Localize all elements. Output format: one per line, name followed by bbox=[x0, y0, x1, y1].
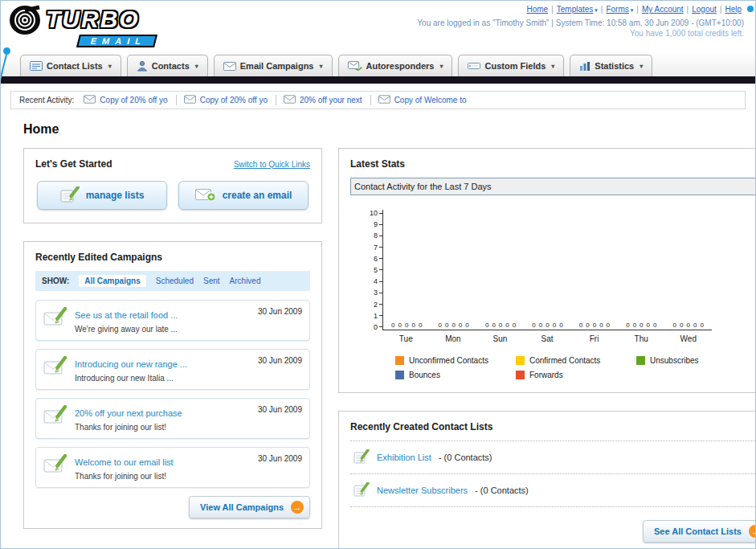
show-label: SHOW: bbox=[42, 277, 69, 285]
statistics-icon bbox=[579, 61, 590, 72]
x-axis-label: Wed bbox=[664, 330, 712, 343]
app-logo[interactable]: TURBO EMAIL bbox=[9, 2, 156, 47]
campaign-item[interactable]: See us at the retail food ...We're givin… bbox=[35, 300, 310, 341]
campaigns-filter-scheduled[interactable]: Scheduled bbox=[156, 277, 194, 285]
y-axis-tick: 10 bbox=[370, 210, 382, 216]
top-link-my-account[interactable]: My Account bbox=[642, 5, 684, 14]
bar-value-label: 0 bbox=[579, 322, 582, 329]
top-header: TURBO EMAIL Home|Templates▾|Forms▾|My Ac… bbox=[1, 1, 755, 52]
bar-group-thu: 00000 bbox=[618, 322, 664, 330]
x-axis-label: Sun bbox=[476, 330, 524, 343]
campaign-title-link[interactable]: See us at the retail food ... bbox=[75, 310, 178, 320]
legend-item-forwards: Forwards bbox=[516, 371, 636, 379]
campaigns-filter-sent[interactable]: Sent bbox=[203, 277, 220, 285]
nav-tab-custom-fields[interactable]: Custom Fields▾ bbox=[458, 55, 564, 76]
legend-label: Forwards bbox=[529, 371, 563, 379]
link-separator: | bbox=[720, 5, 722, 14]
campaign-date: 30 Jun 2009 bbox=[258, 356, 302, 365]
arrow-right-icon: → bbox=[291, 501, 304, 514]
bar-value-label: 0 bbox=[680, 322, 683, 329]
button-label: create an email bbox=[223, 190, 292, 201]
campaign-subtitle: Thanks for joining our list! bbox=[75, 423, 251, 432]
contacts-icon bbox=[137, 60, 148, 72]
y-axis-tick: 4 bbox=[374, 278, 382, 285]
chevron-down-icon: ▾ bbox=[319, 63, 322, 70]
top-link-logout[interactable]: Logout bbox=[692, 5, 717, 14]
recent-activity-item[interactable]: Copy of 20% off yo bbox=[184, 95, 276, 105]
bar-value-label: 0 bbox=[439, 322, 442, 329]
recently-edited-campaigns-panel: Recently Edited Campaigns SHOW: All Camp… bbox=[23, 241, 322, 529]
y-axis-tick: 8 bbox=[374, 232, 382, 239]
campaigns-filter-archived[interactable]: Archived bbox=[230, 277, 261, 285]
campaign-title-link[interactable]: 20% off your next purchase bbox=[75, 408, 182, 418]
bar-value-label: 0 bbox=[465, 322, 468, 329]
decor-dot-right bbox=[747, 6, 754, 12]
contact-list-item[interactable]: Newsletter Subscribers- (0 Contacts) bbox=[350, 474, 756, 507]
recent-activity-item[interactable]: Copy of 20% off yo bbox=[84, 95, 176, 105]
campaign-item[interactable]: 20% off your next purchaseThanks for joi… bbox=[35, 398, 310, 439]
nav-tab-email-campaigns[interactable]: Email Campaigns▾ bbox=[214, 55, 333, 76]
campaign-date: 30 Jun 2009 bbox=[258, 307, 302, 316]
top-link-forms[interactable]: Forms▾ bbox=[606, 5, 633, 14]
campaign-item[interactable]: Welcome to our email listThanks for join… bbox=[35, 447, 310, 488]
create-an-email-button[interactable]: create an email bbox=[178, 181, 309, 210]
chevron-down-icon: ▾ bbox=[551, 63, 554, 70]
manage-lists-button[interactable]: manage lists bbox=[37, 181, 167, 210]
bar-value-label: 0 bbox=[700, 322, 703, 329]
legend-swatch bbox=[516, 371, 525, 379]
nav-tab-autoresponders[interactable]: Autoresponders▾ bbox=[338, 55, 453, 76]
bar-value-label: 0 bbox=[405, 322, 408, 329]
chart-x-axis: TueMonSunSatFriThuWed bbox=[382, 330, 712, 343]
nav-tab-statistics[interactable]: Statistics▾ bbox=[570, 55, 652, 76]
bar-group-tue: 00000 bbox=[383, 322, 430, 330]
stats-period-select[interactable]: Contact Activity for the Last 7 Days bbox=[350, 178, 756, 195]
bar-value-label: 0 bbox=[492, 322, 495, 329]
recent-activity-item-label: 20% off your next bbox=[300, 96, 362, 104]
main-nav: Contact Lists▾Contacts▾Email Campaigns▾A… bbox=[1, 52, 755, 76]
see-all-contact-lists-button[interactable]: See All Contact Lists → bbox=[643, 520, 756, 543]
panel-title: Let's Get Started bbox=[35, 158, 112, 170]
bar-value-label: 0 bbox=[687, 322, 690, 329]
campaign-subtitle: Introducing our new Italia ... bbox=[75, 374, 251, 383]
nav-tab-contact-lists[interactable]: Contact Lists▾ bbox=[20, 55, 121, 76]
nav-tab-label: Contacts bbox=[152, 61, 190, 71]
button-label: manage lists bbox=[86, 190, 145, 201]
bar-value-label: 0 bbox=[499, 322, 502, 329]
campaign-item[interactable]: Introducing our new range ...Introducing… bbox=[35, 349, 310, 390]
campaign-title-link[interactable]: Welcome to our email list bbox=[75, 457, 174, 467]
bar-group-mon: 00000 bbox=[430, 322, 476, 330]
arrow-right-icon: → bbox=[749, 525, 756, 538]
legend-item-confirmed-contacts: Confirmed Contacts bbox=[516, 356, 636, 365]
campaigns-filter-all-campaigns[interactable]: All Campaigns bbox=[79, 275, 145, 287]
contact-lists-icon bbox=[30, 60, 43, 72]
top-link-home[interactable]: Home bbox=[526, 5, 548, 14]
campaign-subtitle: We're giving away our late ... bbox=[75, 325, 251, 334]
nav-divider-bar bbox=[1, 76, 755, 84]
contact-list-item[interactable]: Exhibition List- (0 Contacts) bbox=[350, 441, 756, 474]
legend-item-bounces: Bounces bbox=[395, 371, 516, 379]
x-axis-label: Tue bbox=[382, 330, 430, 343]
recent-activity-item[interactable]: 20% off your next bbox=[284, 95, 371, 105]
chart-bars: 00000000000000000000000000000000000 bbox=[383, 322, 712, 330]
bar-value-label: 0 bbox=[653, 322, 656, 329]
top-link-templates[interactable]: Templates▾ bbox=[557, 5, 598, 14]
view-all-campaigns-button[interactable]: View All Campaigns → bbox=[189, 496, 310, 518]
pencil-doc-icon bbox=[353, 482, 370, 498]
switch-quick-links[interactable]: Switch to Quick Links bbox=[234, 160, 310, 169]
recent-activity-item[interactable]: Copy of Welcome to bbox=[378, 95, 475, 105]
logo-text-turbo: TURBO bbox=[46, 6, 156, 33]
bar-value-label: 0 bbox=[693, 322, 697, 329]
bar-value-label: 0 bbox=[485, 322, 488, 329]
top-link-help[interactable]: Help bbox=[725, 5, 742, 14]
latest-stats-panel: Latest Stats Contact Activity for the La… bbox=[338, 148, 756, 393]
chevron-down-icon: ▾ bbox=[195, 63, 198, 70]
nav-tab-contacts[interactable]: Contacts▾ bbox=[127, 55, 208, 76]
bar-value-label: 0 bbox=[419, 322, 422, 329]
contact-list-link[interactable]: Exhibition List bbox=[377, 453, 431, 462]
bar-value-label: 0 bbox=[411, 322, 415, 329]
campaign-title-link[interactable]: Introducing our new range ... bbox=[75, 359, 187, 369]
bar-value-label: 0 bbox=[633, 322, 636, 329]
legend-swatch bbox=[516, 356, 525, 365]
contact-list-link[interactable]: Newsletter Subscribers bbox=[377, 485, 468, 495]
left-column: Let's Get Started Switch to Quick Links … bbox=[23, 148, 322, 547]
